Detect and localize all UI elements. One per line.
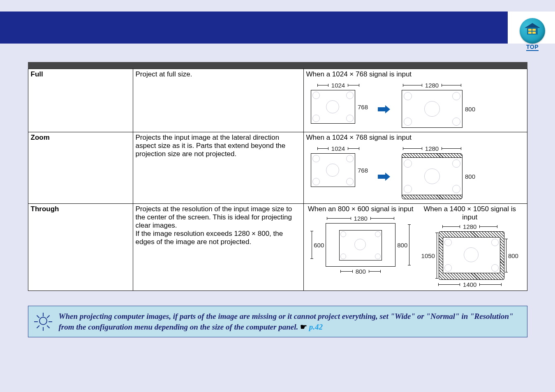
tip-text: When projecting computer images, if part… <box>59 311 521 332</box>
dim-label: 800 <box>465 106 475 113</box>
pointer-hand-icon: ☛ <box>300 323 307 331</box>
dim-label: 800 <box>465 173 475 180</box>
diagram-box <box>311 153 355 187</box>
diagram-heading: When a 1400 × 1050 signal is input <box>415 205 525 221</box>
arrow-right-icon <box>378 173 390 180</box>
dim-label: 1280 <box>461 223 478 230</box>
diagram-box <box>402 90 462 128</box>
dim-label: 1050 <box>421 252 435 259</box>
dim-label: 1024 <box>330 82 347 89</box>
mode-name-cell: Full <box>28 69 133 132</box>
table-row: Zoom Projects the input image at the lat… <box>28 132 527 204</box>
table-header-strip <box>28 62 527 69</box>
banner-blue-stripe <box>0 12 508 44</box>
dim-label: 1400 <box>461 281 478 288</box>
dim-label: 600 <box>314 242 324 249</box>
diagram-heading: When a 1024 × 768 signal is input <box>306 70 525 78</box>
aspect-modes-table: Full Project at full size. When a 1024 ×… <box>28 69 527 291</box>
home-icon <box>520 18 545 44</box>
mode-diagram-cell: When an 800 × 600 signal is input 1280 6… <box>303 204 527 291</box>
mode-desc-cell: Projects at the resolution of the input … <box>133 204 303 291</box>
table-row: Through Projects at the resolution of th… <box>28 204 527 291</box>
table-row: Full Project at full size. When a 1024 ×… <box>28 69 527 132</box>
mode-desc-cell: Project at full size. <box>133 69 303 132</box>
arrow-right-icon <box>378 106 390 113</box>
page-link[interactable]: p.42 <box>309 323 323 331</box>
dim-label: 768 <box>358 167 368 174</box>
diagram-box-zoom <box>402 153 462 199</box>
dim-label: 1024 <box>330 145 347 152</box>
dim-label: 800 <box>354 268 368 275</box>
dim-label: 800 <box>508 252 518 259</box>
lightbulb-icon <box>34 313 52 331</box>
mode-name-cell: Through <box>28 204 133 291</box>
dim-label: 800 <box>397 242 407 249</box>
diagram-box-through-large <box>439 231 504 280</box>
top-home-link[interactable]: TOP <box>520 18 545 44</box>
banner-white-block: TOP <box>508 12 555 44</box>
mode-desc-cell: Projects the input image at the lateral … <box>133 132 303 204</box>
top-label: TOP <box>520 44 545 50</box>
diagram-heading: When a 1024 × 768 signal is input <box>306 134 525 142</box>
mode-diagram-cell: When a 1024 × 768 signal is input 1024 <box>303 69 527 132</box>
dim-label: 1280 <box>352 215 369 222</box>
diagram-box <box>326 223 395 267</box>
diagram-heading: When an 800 × 600 signal is input <box>306 205 416 213</box>
dim-label: 768 <box>358 104 368 111</box>
mode-name-cell: Zoom <box>28 132 133 204</box>
mode-diagram-cell: When a 1024 × 768 signal is input 1024 <box>303 132 527 204</box>
diagram-box <box>311 90 355 124</box>
dim-label: 1280 <box>423 145 440 152</box>
dim-label: 1280 <box>423 82 440 89</box>
header-banner: TOP <box>0 12 555 46</box>
tip-callout: When projecting computer images, if part… <box>28 306 527 337</box>
main-content: Full Project at full size. When a 1024 ×… <box>28 62 527 291</box>
